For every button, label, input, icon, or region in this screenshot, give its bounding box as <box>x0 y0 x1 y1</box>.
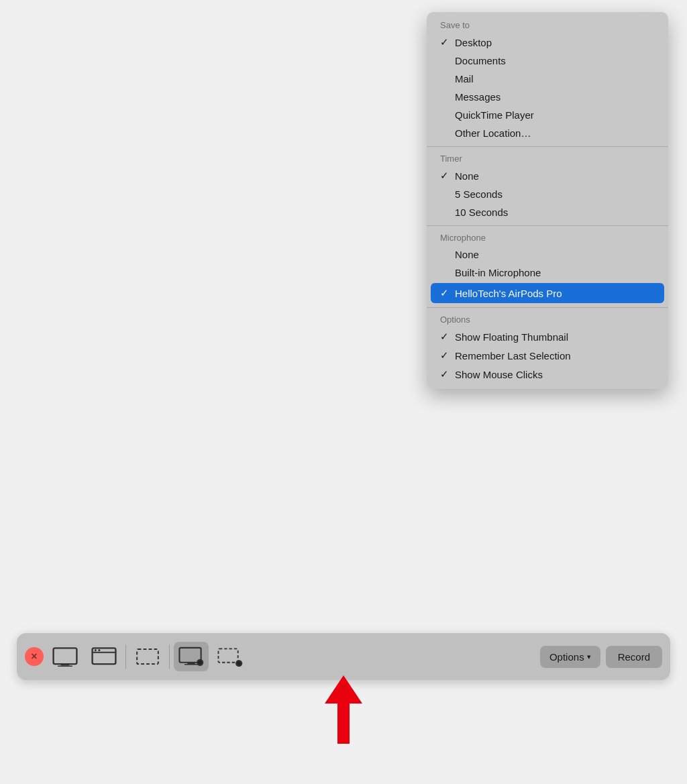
toolbar: Options ▾ Record <box>17 633 670 680</box>
svg-rect-10 <box>184 664 198 665</box>
svg-point-15 <box>237 661 241 665</box>
check-mouse: ✓ <box>440 368 451 380</box>
menu-item-5sec[interactable]: 5 Seconds <box>427 185 668 203</box>
menu-item-quicktime[interactable]: QuickTime Player <box>427 106 668 124</box>
check-airpods: ✓ <box>440 287 451 299</box>
entire-screen-icon <box>52 646 78 667</box>
svg-rect-7 <box>137 649 158 664</box>
chevron-down-icon: ▾ <box>587 653 591 661</box>
screen-record-button[interactable] <box>174 642 209 671</box>
dropdown-menu: Save to ✓Desktop Documents Mail Messages… <box>427 12 668 389</box>
toolbar-divider-1 <box>125 645 126 669</box>
svg-rect-1 <box>61 664 70 665</box>
toolbar-right: Options ▾ Record <box>540 646 662 668</box>
options-label: Options <box>427 312 668 327</box>
window-icon <box>91 646 117 667</box>
menu-item-none-mic[interactable]: None <box>427 245 668 264</box>
check-desktop: ✓ <box>440 36 451 48</box>
divider-3 <box>427 307 668 308</box>
menu-item-airpods[interactable]: ✓HelloTech's AirPods Pro <box>431 283 664 303</box>
menu-item-messages[interactable]: Messages <box>427 88 668 106</box>
screen-record-icon <box>178 646 204 667</box>
toolbar-divider-2 <box>169 645 170 669</box>
divider-1 <box>427 146 668 147</box>
menu-item-mouse[interactable]: ✓Show Mouse Clicks <box>427 365 668 384</box>
menu-item-builtin[interactable]: Built-in Microphone <box>427 264 668 282</box>
timer-label: Timer <box>427 151 668 166</box>
menu-item-none-timer[interactable]: ✓None <box>427 166 668 185</box>
microphone-label: Microphone <box>427 230 668 245</box>
selection-button[interactable] <box>130 642 165 671</box>
selection-record-icon <box>217 646 243 667</box>
selection-icon <box>135 646 160 667</box>
check-none-timer: ✓ <box>440 170 451 182</box>
menu-item-floating[interactable]: ✓Show Floating Thumbnail <box>427 327 668 346</box>
arrow-shaft <box>337 704 350 744</box>
svg-point-12 <box>198 661 202 665</box>
arrow-head <box>325 675 362 704</box>
menu-item-mail[interactable]: Mail <box>427 70 668 88</box>
svg-rect-2 <box>58 665 72 667</box>
check-floating: ✓ <box>440 331 451 343</box>
options-button[interactable]: Options ▾ <box>540 646 600 668</box>
menu-item-remember[interactable]: ✓Remember Last Selection <box>427 346 668 365</box>
record-button[interactable]: Record <box>606 646 662 668</box>
options-label: Options <box>549 651 584 663</box>
entire-screen-button[interactable] <box>48 642 83 671</box>
close-button[interactable] <box>25 647 44 666</box>
svg-point-6 <box>98 649 100 651</box>
window-button[interactable] <box>87 642 121 671</box>
menu-item-documents[interactable]: Documents <box>427 52 668 70</box>
menu-item-other[interactable]: Other Location… <box>427 124 668 142</box>
selection-record-button[interactable] <box>213 642 248 671</box>
svg-rect-9 <box>187 663 195 664</box>
divider-2 <box>427 225 668 226</box>
svg-rect-0 <box>54 648 77 664</box>
svg-rect-13 <box>218 649 237 662</box>
red-arrow <box>325 675 362 744</box>
save-to-label: Save to <box>427 17 668 33</box>
svg-point-5 <box>95 649 97 651</box>
check-remember: ✓ <box>440 349 451 361</box>
menu-item-10sec[interactable]: 10 Seconds <box>427 203 668 221</box>
menu-item-desktop[interactable]: ✓Desktop <box>427 33 668 52</box>
